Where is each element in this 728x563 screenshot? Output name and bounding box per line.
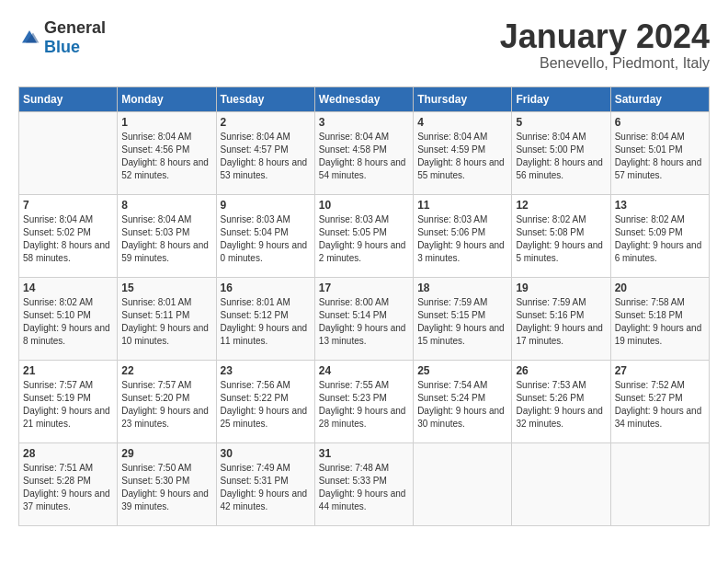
day-info: Sunrise: 8:02 AMSunset: 5:08 PMDaylight:… xyxy=(516,213,606,265)
day-info: Sunrise: 7:52 AMSunset: 5:27 PMDaylight:… xyxy=(615,379,705,431)
week-row-2: 7Sunrise: 8:04 AMSunset: 5:02 PMDaylight… xyxy=(19,194,710,277)
day-number: 16 xyxy=(221,282,311,294)
day-info: Sunrise: 7:48 AMSunset: 5:33 PMDaylight:… xyxy=(319,462,409,513)
month-title: January 2024 xyxy=(500,18,710,55)
cell-w3-d1: 14Sunrise: 8:02 AMSunset: 5:10 PMDayligh… xyxy=(19,277,118,360)
day-number: 20 xyxy=(615,282,705,294)
day-info: Sunrise: 8:03 AMSunset: 5:06 PMDaylight:… xyxy=(417,213,507,265)
cell-w5-d3: 30Sunrise: 7:49 AMSunset: 5:31 PMDayligh… xyxy=(216,442,314,525)
day-info: Sunrise: 8:00 AMSunset: 5:14 PMDaylight:… xyxy=(319,296,409,348)
day-number: 10 xyxy=(319,199,409,212)
logo-blue: Blue xyxy=(44,38,80,56)
cell-w3-d2: 15Sunrise: 8:01 AMSunset: 5:11 PMDayligh… xyxy=(118,277,216,360)
day-info: Sunrise: 8:04 AMSunset: 5:03 PMDaylight:… xyxy=(121,213,211,265)
cell-w1-d3: 2Sunrise: 8:04 AMSunset: 4:57 PMDaylight… xyxy=(216,111,314,194)
cell-w1-d1 xyxy=(19,111,118,194)
day-info: Sunrise: 8:04 AMSunset: 5:00 PMDaylight:… xyxy=(516,131,606,182)
week-row-4: 21Sunrise: 7:57 AMSunset: 5:19 PMDayligh… xyxy=(19,360,710,442)
day-info: Sunrise: 7:55 AMSunset: 5:23 PMDaylight:… xyxy=(319,379,409,431)
day-info: Sunrise: 8:04 AMSunset: 4:57 PMDaylight:… xyxy=(221,131,311,182)
cell-w4-d2: 22Sunrise: 7:57 AMSunset: 5:20 PMDayligh… xyxy=(118,360,216,442)
cell-w1-d6: 5Sunrise: 8:04 AMSunset: 5:00 PMDaylight… xyxy=(512,111,610,194)
header-wednesday: Wednesday xyxy=(314,86,413,111)
day-number: 11 xyxy=(417,199,507,212)
day-info: Sunrise: 7:49 AMSunset: 5:31 PMDaylight:… xyxy=(221,462,311,513)
day-info: Sunrise: 8:02 AMSunset: 5:09 PMDaylight:… xyxy=(615,213,705,265)
header-monday: Monday xyxy=(118,86,216,111)
cell-w5-d1: 28Sunrise: 7:51 AMSunset: 5:28 PMDayligh… xyxy=(19,442,118,525)
day-number: 24 xyxy=(319,364,409,377)
day-info: Sunrise: 8:03 AMSunset: 5:05 PMDaylight:… xyxy=(319,213,409,265)
weekday-header-row: Sunday Monday Tuesday Wednesday Thursday… xyxy=(19,86,710,111)
day-number: 31 xyxy=(319,447,409,460)
cell-w2-d3: 9Sunrise: 8:03 AMSunset: 5:04 PMDaylight… xyxy=(216,194,314,277)
cell-w5-d7 xyxy=(610,442,709,525)
day-number: 2 xyxy=(221,116,311,129)
cell-w5-d2: 29Sunrise: 7:50 AMSunset: 5:30 PMDayligh… xyxy=(118,442,216,525)
logo-text: General Blue xyxy=(44,18,106,57)
day-number: 21 xyxy=(23,364,113,377)
cell-w1-d4: 3Sunrise: 8:04 AMSunset: 4:58 PMDaylight… xyxy=(314,111,413,194)
day-info: Sunrise: 7:51 AMSunset: 5:28 PMDaylight:… xyxy=(23,462,113,513)
day-number: 9 xyxy=(221,199,311,212)
day-number: 17 xyxy=(319,282,409,294)
week-row-1: 1Sunrise: 8:04 AMSunset: 4:56 PMDaylight… xyxy=(19,111,710,194)
header-sunday: Sunday xyxy=(19,86,118,111)
day-number: 12 xyxy=(516,199,606,212)
day-info: Sunrise: 8:04 AMSunset: 4:56 PMDaylight:… xyxy=(121,131,211,182)
cell-w2-d2: 8Sunrise: 8:04 AMSunset: 5:03 PMDaylight… xyxy=(118,194,216,277)
day-info: Sunrise: 8:02 AMSunset: 5:10 PMDaylight:… xyxy=(23,296,113,348)
day-number: 29 xyxy=(121,447,211,460)
day-info: Sunrise: 8:01 AMSunset: 5:12 PMDaylight:… xyxy=(221,296,311,348)
header-thursday: Thursday xyxy=(414,86,512,111)
header-friday: Friday xyxy=(512,86,610,111)
day-info: Sunrise: 8:04 AMSunset: 5:01 PMDaylight:… xyxy=(615,131,705,182)
logo-general: General xyxy=(44,18,106,37)
day-number: 4 xyxy=(417,116,507,129)
cell-w4-d7: 27Sunrise: 7:52 AMSunset: 5:27 PMDayligh… xyxy=(610,360,709,442)
day-info: Sunrise: 8:04 AMSunset: 5:02 PMDaylight:… xyxy=(23,213,113,265)
location-title: Benevello, Piedmont, Italy xyxy=(500,55,710,72)
day-info: Sunrise: 8:04 AMSunset: 4:59 PMDaylight:… xyxy=(417,131,507,182)
day-info: Sunrise: 7:50 AMSunset: 5:30 PMDaylight:… xyxy=(121,462,211,513)
week-row-5: 28Sunrise: 7:51 AMSunset: 5:28 PMDayligh… xyxy=(19,442,710,525)
cell-w5-d4: 31Sunrise: 7:48 AMSunset: 5:33 PMDayligh… xyxy=(314,442,413,525)
day-number: 3 xyxy=(319,116,409,129)
cell-w2-d1: 7Sunrise: 8:04 AMSunset: 5:02 PMDaylight… xyxy=(19,194,118,277)
day-number: 25 xyxy=(417,364,507,377)
day-number: 19 xyxy=(516,282,606,294)
cell-w2-d7: 13Sunrise: 8:02 AMSunset: 5:09 PMDayligh… xyxy=(610,194,709,277)
cell-w4-d6: 26Sunrise: 7:53 AMSunset: 5:26 PMDayligh… xyxy=(512,360,610,442)
day-number: 22 xyxy=(121,364,211,377)
day-info: Sunrise: 8:04 AMSunset: 4:58 PMDaylight:… xyxy=(319,131,409,182)
logo-icon xyxy=(18,27,40,49)
day-number: 28 xyxy=(23,447,113,460)
day-info: Sunrise: 7:54 AMSunset: 5:24 PMDaylight:… xyxy=(417,379,507,431)
day-number: 27 xyxy=(615,364,705,377)
cell-w4-d4: 24Sunrise: 7:55 AMSunset: 5:23 PMDayligh… xyxy=(314,360,413,442)
cell-w3-d4: 17Sunrise: 8:00 AMSunset: 5:14 PMDayligh… xyxy=(314,277,413,360)
day-number: 15 xyxy=(121,282,211,294)
page-header: General Blue January 2024 Benevello, Pie… xyxy=(18,18,710,72)
day-number: 7 xyxy=(23,199,113,212)
day-number: 18 xyxy=(417,282,507,294)
cell-w3-d3: 16Sunrise: 8:01 AMSunset: 5:12 PMDayligh… xyxy=(216,277,314,360)
cell-w5-d5 xyxy=(414,442,512,525)
cell-w3-d6: 19Sunrise: 7:59 AMSunset: 5:16 PMDayligh… xyxy=(512,277,610,360)
day-info: Sunrise: 7:58 AMSunset: 5:18 PMDaylight:… xyxy=(615,296,705,348)
title-section: January 2024 Benevello, Piedmont, Italy xyxy=(500,18,710,72)
day-number: 14 xyxy=(23,282,113,294)
day-info: Sunrise: 7:59 AMSunset: 5:16 PMDaylight:… xyxy=(516,296,606,348)
cell-w2-d6: 12Sunrise: 8:02 AMSunset: 5:08 PMDayligh… xyxy=(512,194,610,277)
day-number: 5 xyxy=(516,116,606,129)
cell-w3-d5: 18Sunrise: 7:59 AMSunset: 5:15 PMDayligh… xyxy=(414,277,512,360)
day-info: Sunrise: 8:03 AMSunset: 5:04 PMDaylight:… xyxy=(221,213,311,265)
logo: General Blue xyxy=(18,18,106,57)
calendar-table: Sunday Monday Tuesday Wednesday Thursday… xyxy=(18,86,710,526)
day-info: Sunrise: 7:57 AMSunset: 5:20 PMDaylight:… xyxy=(121,379,211,431)
day-number: 30 xyxy=(221,447,311,460)
cell-w1-d2: 1Sunrise: 8:04 AMSunset: 4:56 PMDaylight… xyxy=(118,111,216,194)
day-info: Sunrise: 7:53 AMSunset: 5:26 PMDaylight:… xyxy=(516,379,606,431)
day-info: Sunrise: 7:56 AMSunset: 5:22 PMDaylight:… xyxy=(221,379,311,431)
cell-w2-d5: 11Sunrise: 8:03 AMSunset: 5:06 PMDayligh… xyxy=(414,194,512,277)
